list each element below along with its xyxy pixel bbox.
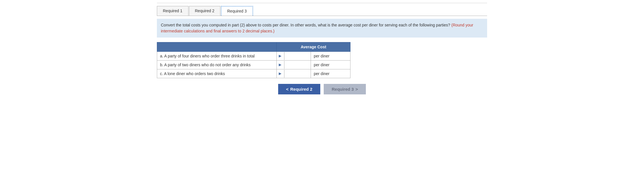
- table-row: b. A party of two diners who do not orde…: [157, 61, 350, 69]
- navigation-buttons: < Required 2 Required 3 >: [157, 84, 487, 94]
- next-button-label: Required 3: [332, 87, 354, 92]
- row-a-label: a. A party of four diners who order thre…: [157, 52, 277, 61]
- tab-required1[interactable]: Required 1: [157, 6, 188, 16]
- row-b-label: b. A party of two diners who do not orde…: [157, 61, 277, 69]
- table-header-value: Average Cost: [277, 42, 350, 52]
- row-a-arrow-icon: ►: [277, 53, 284, 59]
- row-b-input[interactable]: [284, 61, 307, 69]
- instruction-block: Convert the total costs you computed in …: [157, 19, 487, 38]
- row-c-input[interactable]: [284, 70, 307, 78]
- table-row: a. A party of four diners who order thre…: [157, 52, 350, 61]
- prev-button[interactable]: < Required 2: [278, 84, 320, 94]
- table-row: c. A lone diner who orders two drinks ► …: [157, 69, 350, 78]
- row-b-arrow-icon: ►: [277, 62, 284, 67]
- row-c-arrow-icon: ►: [277, 71, 284, 76]
- row-c-input-cell[interactable]: ►: [277, 69, 311, 78]
- tab-bar: Required 1 Required 2 Required 3: [157, 6, 487, 16]
- next-button[interactable]: Required 3 >: [324, 84, 366, 94]
- instruction-main: Convert the total costs you computed in …: [161, 23, 450, 27]
- row-b-input-cell[interactable]: ►: [277, 61, 311, 69]
- prev-chevron-icon: <: [286, 87, 289, 92]
- prev-button-label: Required 2: [290, 87, 312, 92]
- cost-table: Average Cost a. A party of four diners w…: [157, 42, 350, 78]
- tab-required3[interactable]: Required 3: [221, 6, 253, 16]
- row-a-input-cell[interactable]: ►: [277, 52, 311, 61]
- table-header-label: [157, 42, 277, 52]
- row-a-unit: per diner: [311, 52, 350, 61]
- row-b-unit: per diner: [311, 61, 350, 69]
- row-a-input[interactable]: [284, 52, 307, 60]
- tab-required2[interactable]: Required 2: [189, 6, 221, 16]
- next-chevron-icon: >: [356, 87, 358, 92]
- row-c-label: c. A lone diner who orders two drinks: [157, 69, 277, 78]
- row-c-unit: per diner: [311, 69, 350, 78]
